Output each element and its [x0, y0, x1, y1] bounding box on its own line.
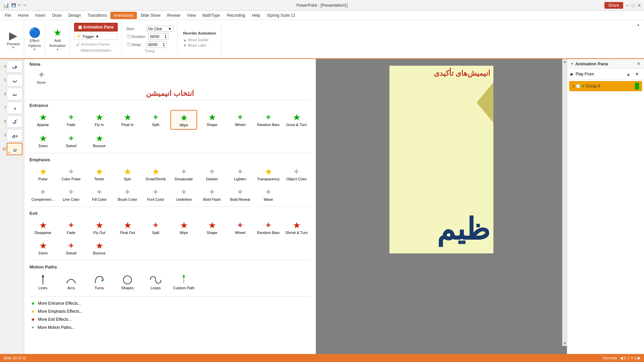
effect-options-dropdown-icon[interactable]: ▼	[33, 48, 36, 51]
anim-zoom[interactable]: ★Zoom	[30, 131, 56, 150]
anim-shrink-turn[interactable]: ★Shrink & Turn	[283, 218, 310, 237]
slide-thumb-9[interactable]: 9 دی	[1, 129, 22, 141]
slide-thumb-10[interactable]: 10 ن ★	[1, 143, 22, 155]
slide-thumb-5[interactable]: 5 ب	[1, 74, 22, 86]
scroll-up-arrow[interactable]: ▲	[562, 59, 567, 64]
anim-teeter[interactable]: ★Teeter	[86, 164, 113, 183]
menu-review[interactable]: Review	[164, 12, 183, 19]
slide-thumb-8[interactable]: 8 ک	[1, 115, 22, 128]
anim-fill-color[interactable]: ✦Fill Color	[86, 185, 113, 204]
play-from-button[interactable]: ▶ Play From	[571, 72, 594, 76]
add-animation-button[interactable]: ★ AddAnimation ▼	[45, 21, 70, 57]
quick-access-save[interactable]: 💾	[11, 3, 16, 7]
anim-color-pulse[interactable]: ✦Color Pulse	[58, 164, 85, 183]
anim-float-in[interactable]: ★Float In	[114, 110, 141, 130]
slide-thumb-7[interactable]: 7 د	[1, 102, 22, 114]
anim-grow-shrink[interactable]: ★Grow/Shrink	[142, 164, 169, 183]
more-emphasis-effects-button[interactable]: ★ More Emphasis Effects...	[30, 307, 310, 315]
ribbon-collapse-icon[interactable]: ▲	[637, 23, 640, 26]
animation-pane-close-button[interactable]: ✕	[637, 61, 641, 66]
anim-grow-turn[interactable]: ★Grow & Turn	[283, 110, 310, 130]
move-earlier-button[interactable]: ▲ Move Earlier	[183, 38, 216, 42]
start-dropdown[interactable]: On Click ▼	[147, 26, 173, 32]
menu-animations[interactable]: Animations	[110, 12, 137, 19]
menu-home[interactable]: Home	[14, 12, 32, 19]
animation-pane-button[interactable]: ▦ Animation Pane	[74, 23, 118, 32]
anim-shape-exit[interactable]: ★Shape	[199, 218, 225, 237]
anim-bounce-exit[interactable]: ★Bounce	[86, 238, 113, 257]
menu-file[interactable]: File	[1, 12, 14, 19]
anim-float-out[interactable]: ★Float Out	[114, 218, 141, 237]
anim-wave[interactable]: ✦Wave	[255, 185, 282, 204]
anim-fade[interactable]: ✦Fade	[58, 110, 85, 130]
anim-desaturate[interactable]: ✦Desaturate	[170, 164, 197, 183]
anim-wheel-exit[interactable]: ✦Wheel	[227, 218, 254, 237]
anim-random-bars[interactable]: ✦Random Bars	[255, 110, 282, 130]
anim-bounce-entrance[interactable]: ★Bounce	[86, 131, 113, 150]
anim-fly-in[interactable]: ★Fly In	[86, 110, 113, 130]
maximize-button[interactable]: □	[632, 3, 635, 8]
anim-wipe-exit[interactable]: ★Wipe	[170, 218, 197, 237]
anim-shapes[interactable]: Shapes	[114, 272, 141, 292]
preview-dropdown[interactable]: ▼	[12, 46, 15, 49]
animation-item-1[interactable]: 1 🕐 ★ Group 6	[569, 81, 642, 91]
scroll-down-arrow[interactable]: ▼	[562, 341, 567, 346]
move-later-button[interactable]: ▼ Move Later	[183, 43, 216, 47]
trigger-button[interactable]: ⚡ Trigger ▼	[74, 33, 118, 40]
timeline-prev[interactable]: ◀	[620, 356, 623, 360]
anim-wipe[interactable]: ★Wipe	[170, 110, 197, 130]
quick-access-redo[interactable]: ↪	[23, 3, 26, 7]
delay-up[interactable]: ▲	[163, 42, 165, 45]
anim-split[interactable]: ✦Split	[142, 110, 169, 130]
anim-spin[interactable]: ★Spin	[114, 164, 141, 183]
more-entrance-effects-button[interactable]: ★ More Entrance Effects...	[30, 299, 310, 307]
anim-bold-flash[interactable]: ✦Bold Flash	[199, 185, 225, 204]
animation-painter-button[interactable]: 🖌 Animation Painter	[74, 41, 118, 47]
close-button[interactable]: ✕	[637, 3, 641, 8]
menu-design[interactable]: Design	[65, 12, 84, 19]
quick-access-undo[interactable]: ↩	[18, 3, 21, 7]
anim-wheel[interactable]: ✦Wheel	[227, 110, 254, 130]
more-motion-effects-button[interactable]: ✦ More Motion Paths...	[30, 323, 310, 331]
timeline-next[interactable]: ▶	[638, 356, 641, 360]
anim-font-color[interactable]: ✦Font Color	[142, 185, 169, 204]
duration-input[interactable]: 00/50 ▲ ▼	[148, 33, 168, 40]
anim-appear[interactable]: ★Appear	[30, 110, 56, 130]
anim-darken[interactable]: ✦Darken	[199, 164, 225, 183]
slide-thumb-6[interactable]: 6 ت	[1, 88, 22, 100]
menu-help[interactable]: Help	[249, 12, 264, 19]
minimize-button[interactable]: ─	[626, 3, 629, 8]
anim-arcs[interactable]: Arcs	[58, 272, 85, 292]
menu-recording[interactable]: Recording	[223, 12, 249, 19]
slide-thumb-4[interactable]: 4 ف	[1, 60, 22, 73]
add-animation-dropdown-icon[interactable]: ▼	[56, 48, 59, 51]
pane-nav-up[interactable]: ▲	[625, 71, 632, 77]
effect-options-button[interactable]: 🔵 EffectOptions ▼	[24, 21, 45, 57]
anim-lighten[interactable]: ✦Lighten	[227, 164, 254, 183]
menu-slideshow[interactable]: Slide Show	[137, 12, 164, 19]
anim-underline[interactable]: ✦Underline	[170, 185, 197, 204]
slide-area-scrollbar[interactable]: ▲ ▼	[562, 59, 567, 346]
menu-mathtype[interactable]: MathType	[199, 12, 224, 19]
anim-zoom-exit[interactable]: ★Zoom	[30, 238, 56, 257]
anim-lines[interactable]: Lines	[30, 272, 56, 292]
share-button[interactable]: Share	[604, 2, 623, 9]
anim-pulse[interactable]: ★Pulse	[30, 164, 56, 183]
menu-insert[interactable]: Insert	[32, 12, 49, 19]
anim-complementary[interactable]: ✦Complemen...	[30, 185, 56, 204]
menu-transitions[interactable]: Transitions	[84, 12, 110, 19]
delay-input[interactable]: 00/00 ▲ ▼	[147, 41, 167, 48]
duration-down[interactable]: ▼	[164, 37, 167, 39]
more-exit-effects-button[interactable]: ★ More Exit Effects...	[30, 315, 310, 323]
anim-disappear[interactable]: ★Disappear	[30, 218, 56, 237]
duration-up[interactable]: ▲	[164, 34, 167, 37]
menu-ispring[interactable]: iSpring Suite 11	[264, 12, 299, 19]
menu-draw[interactable]: Draw	[49, 12, 65, 19]
none-item[interactable]: ✦ None	[30, 68, 53, 86]
anim-brush-color[interactable]: ✦Brush Color	[114, 185, 141, 204]
anim-line-color[interactable]: ✦Line Color	[58, 185, 85, 204]
anim-shape[interactable]: ★Shape	[199, 110, 225, 130]
anim-swivel-exit[interactable]: ✦Swivel	[58, 238, 85, 257]
delay-down[interactable]: ▼	[163, 45, 165, 47]
anim-swivel[interactable]: ✦Swivel	[58, 131, 85, 150]
